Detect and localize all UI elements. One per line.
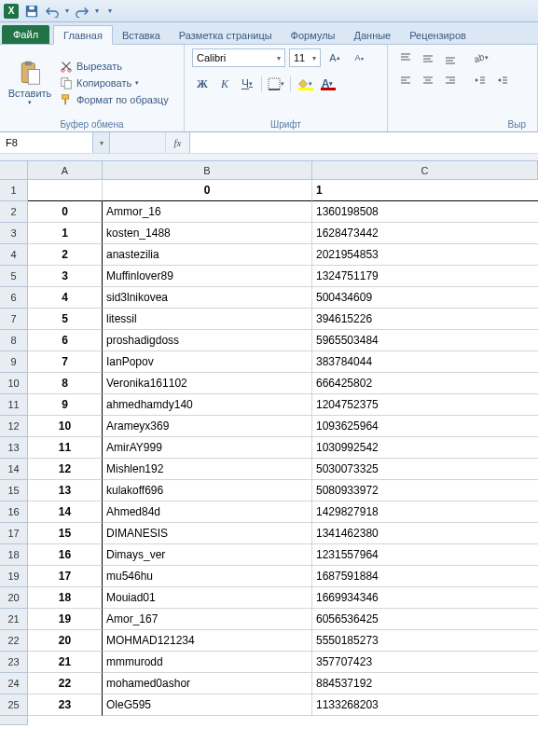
cell[interactable]: 19 [28, 609, 103, 630]
font-color-button[interactable]: A▾ [317, 75, 338, 93]
cell[interactable]: 0 [103, 180, 312, 201]
cell[interactable]: Arameyx369 [103, 416, 312, 437]
cell[interactable] [28, 180, 103, 201]
cell[interactable]: kulakoff696 [103, 480, 312, 502]
cell[interactable]: DIMANESIS [103, 523, 312, 544]
cell[interactable]: 14 [28, 502, 103, 523]
copy-button[interactable]: Копировать ▾ [58, 76, 171, 90]
row-header[interactable]: 9 [0, 351, 28, 373]
name-box[interactable]: F8 [0, 132, 93, 153]
cell[interactable]: 22 [28, 673, 103, 694]
tab-review[interactable]: Рецензиров [400, 26, 476, 44]
row-header[interactable]: 8 [0, 330, 28, 351]
cell[interactable]: mmmurodd [103, 652, 312, 673]
align-center-button[interactable] [418, 71, 438, 89]
cell[interactable]: 8 [28, 373, 103, 394]
select-all-button[interactable] [0, 161, 28, 180]
increase-indent-button[interactable] [492, 71, 513, 89]
cell[interactable]: mu546hu [103, 566, 312, 587]
orientation-button[interactable]: ab▾ [470, 48, 490, 67]
row-header[interactable]: 10 [0, 373, 28, 394]
row-header[interactable]: 4 [0, 244, 28, 266]
cell[interactable]: anastezilia [103, 244, 312, 266]
cell[interactable]: Ammor_16 [103, 201, 312, 223]
cell[interactable]: 18 [28, 587, 103, 609]
tab-data[interactable]: Данные [344, 26, 400, 44]
row-header[interactable]: 15 [0, 480, 28, 502]
cell[interactable]: 6056536425 [312, 609, 538, 630]
align-middle-button[interactable] [418, 48, 438, 67]
cell[interactable]: 13 [28, 480, 103, 502]
decrease-font-button[interactable]: A▾ [349, 48, 369, 67]
cell[interactable]: 7 [28, 351, 103, 373]
cell[interactable]: 1093625964 [312, 416, 538, 437]
worksheet-grid[interactable]: A B C 1234567891011121314151617181920212… [0, 161, 538, 716]
column-header-B[interactable]: B [103, 161, 312, 180]
row-header[interactable]: 16 [0, 502, 28, 523]
font-name-combo[interactable]: Calibri▾ [192, 48, 285, 67]
row-header[interactable]: 17 [0, 523, 28, 544]
cell[interactable]: litessil [103, 309, 312, 330]
cell[interactable]: OleG595 [103, 694, 312, 716]
cell[interactable]: 394615226 [312, 309, 538, 330]
cell[interactable]: 1204752375 [312, 394, 538, 416]
cell[interactable]: kosten_1488 [103, 223, 312, 244]
cell[interactable]: 1231557964 [312, 544, 538, 566]
align-top-button[interactable] [395, 48, 416, 67]
row-header[interactable]: 1 [0, 180, 28, 201]
cell[interactable]: 17 [28, 566, 103, 587]
tab-file[interactable]: Файл [2, 25, 49, 44]
cell[interactable]: 5030073325 [312, 459, 538, 480]
decrease-indent-button[interactable] [470, 71, 490, 89]
cell[interactable]: 2 [28, 244, 103, 266]
row-header[interactable]: 20 [0, 587, 28, 609]
cell[interactable]: Veronika161102 [103, 373, 312, 394]
bold-button[interactable]: Ж [192, 75, 213, 93]
cell[interactable]: 884537192 [312, 673, 538, 694]
qat-customize-icon[interactable]: ▾ [108, 7, 112, 15]
cell[interactable]: ahmedhamdy140 [103, 394, 312, 416]
cell[interactable]: 1 [28, 223, 103, 244]
font-size-combo[interactable]: 11▾ [289, 48, 321, 67]
cell[interactable]: AmirAY999 [103, 437, 312, 459]
name-box-dropdown-icon[interactable]: ▾ [93, 132, 110, 153]
cells-area[interactable]: 010Ammor_1613601985081kosten_14881628473… [28, 180, 538, 716]
italic-button[interactable]: К [214, 75, 235, 93]
cell[interactable]: 23 [28, 694, 103, 716]
cell[interactable]: Muffinlover89 [103, 266, 312, 287]
align-left-button[interactable] [395, 71, 416, 89]
align-bottom-button[interactable] [440, 48, 461, 67]
cell[interactable]: 20 [28, 630, 103, 652]
row-header[interactable]: 5 [0, 266, 28, 287]
column-header-C[interactable]: C [312, 161, 538, 180]
cell[interactable]: 1628473442 [312, 223, 538, 244]
cell[interactable]: 15 [28, 523, 103, 544]
cell[interactable]: Mishlen192 [103, 459, 312, 480]
tab-page-layout[interactable]: Разметка страницы [170, 26, 282, 44]
cell[interactable]: 4 [28, 287, 103, 309]
column-header-A[interactable]: A [28, 161, 103, 180]
row-header[interactable]: 21 [0, 609, 28, 630]
row-header[interactable]: 14 [0, 459, 28, 480]
row-header[interactable]: 19 [0, 566, 28, 587]
cell[interactable]: 5080933972 [312, 480, 538, 502]
row-header[interactable]: 3 [0, 223, 28, 244]
cell[interactable]: 1324751179 [312, 266, 538, 287]
save-icon[interactable] [24, 4, 39, 19]
cell[interactable]: Ahmed84d [103, 502, 312, 523]
cell[interactable]: 21 [28, 652, 103, 673]
cell[interactable]: 0 [28, 201, 103, 223]
cell[interactable]: 666425802 [312, 373, 538, 394]
cell[interactable]: 5 [28, 309, 103, 330]
cell[interactable]: 12 [28, 459, 103, 480]
cell[interactable]: sid3lnikovea [103, 287, 312, 309]
paste-button[interactable]: Вставить ▾ [7, 48, 52, 117]
tab-insert[interactable]: Вставка [113, 26, 170, 44]
cell[interactable]: 5550185273 [312, 630, 538, 652]
row-header[interactable]: 6 [0, 287, 28, 309]
cell[interactable]: 1360198508 [312, 201, 538, 223]
cell[interactable]: 1030992542 [312, 437, 538, 459]
cell[interactable]: MOHMAD121234 [103, 630, 312, 652]
row-header[interactable]: 11 [0, 394, 28, 416]
cell[interactable]: Dimays_ver [103, 544, 312, 566]
